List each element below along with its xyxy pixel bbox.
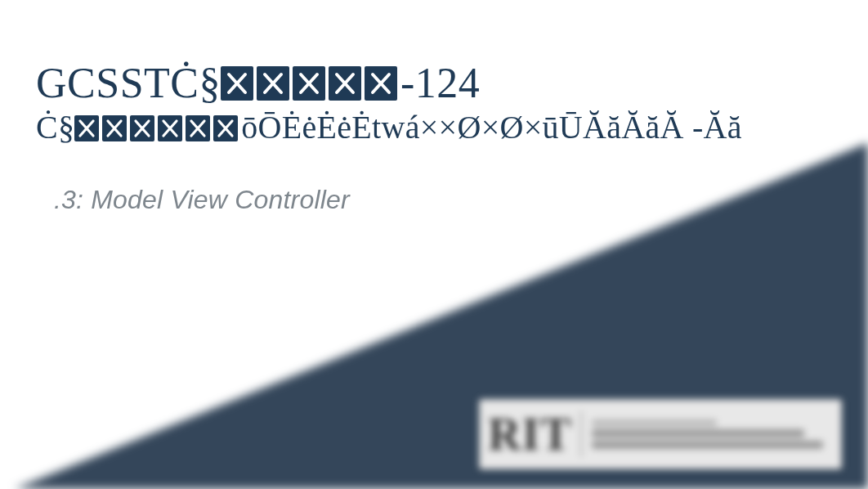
logo-subtext-line (592, 419, 718, 426)
institution-logo-box: RIT (479, 399, 842, 469)
lecture-topic: .3: Model View Controller (54, 185, 350, 215)
course-code-title: GCSSTĊ§-124 (36, 59, 480, 107)
course-subtitle: Ċ§ōŌĖėĖėĖtwá××Ø×Ø×ūŪĂăĂăĂ -Ăă (36, 108, 742, 146)
presentation-slide: GCSSTĊ§-124 Ċ§ōŌĖėĖėĖtwá××Ø×Ø×ūŪĂăĂăĂ -Ă… (0, 0, 868, 489)
institution-logo-subtext (582, 419, 833, 449)
course-code-prefix: GCSSTĊ§ (36, 60, 221, 106)
logo-subtext-line (592, 441, 824, 449)
missing-glyph-run-subtitle (74, 115, 241, 141)
subtitle-prefix: Ċ§ (36, 109, 74, 146)
course-code-suffix: -124 (400, 60, 480, 106)
subtitle-mid: ōŌĖėĖėĖtwá××Ø×Ø×ūŪĂăĂăĂ -Ăă (241, 109, 742, 146)
missing-glyph-run-title (221, 66, 400, 101)
institution-logo-text: RIT (488, 411, 582, 457)
logo-subtext-line (592, 429, 804, 437)
